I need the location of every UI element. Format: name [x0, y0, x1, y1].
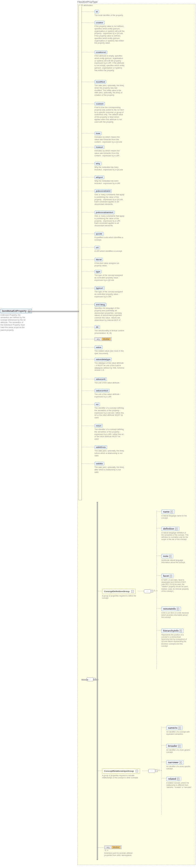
attr-doc: Why the metadata has been included - exp… — [94, 180, 124, 185]
attr-doc: The identifier of a concept defining the… — [94, 407, 124, 419]
attr-modified[interactable]: modifiedThe date (and, optionally, the t… — [94, 80, 128, 96]
child-related[interactable]: related+A related concept, where the rel… — [166, 777, 194, 788]
child-doc: An identifier of a concept with equivale… — [166, 731, 194, 735]
attr-doc: The unit of the value attribute. — [94, 382, 124, 384]
conceptrelationships-group[interactable]: ConceptRelationshipsGroup − A group of p… — [102, 769, 143, 779]
attr-label: reluri — [94, 424, 103, 428]
attr-label: pubconstrainturi — [94, 211, 115, 214]
attr-label: qcode — [94, 232, 104, 236]
attr-doc: The unit of the value attribute - expres… — [94, 393, 124, 398]
attr-validfrom[interactable]: validfromThe date (and, optionally, the … — [94, 445, 128, 457]
attr-whyuri[interactable]: whyuriWhy the metadata has been included… — [94, 176, 128, 185]
attr-label: valueunit — [94, 377, 107, 381]
conceptdefinition-sequence[interactable]: − — [144, 589, 151, 593]
child-label: facet — [163, 575, 169, 577]
attr-label: uri — [94, 246, 100, 249]
attr-custom[interactable]: customIf set to true the corresponding p… — [94, 102, 128, 123]
attr-label: valueunituri — [94, 389, 110, 393]
conceptrelationships-sequence[interactable]: − — [148, 769, 156, 773]
child-label: related — [168, 777, 176, 780]
attr-doc: The type of the concept assigned as cont… — [94, 291, 124, 298]
attr-doc: The date (and, optionally, the time) whe… — [94, 85, 124, 96]
attr-label: rel — [94, 403, 100, 406]
attr-pubconstrainturi[interactable]: pubconstrainturiOne or many constraints … — [94, 211, 128, 227]
child-doc: A link to an item or a web resource whic… — [161, 612, 189, 618]
attr-xml-lang[interactable]: xml:langSpecifies the language of this p… — [94, 303, 128, 322]
attr-rel[interactable]: relThe identifier of a concept defining … — [94, 403, 128, 419]
attr-doc: Specifies the language of this property … — [94, 307, 124, 322]
child-label: narrower — [168, 761, 179, 764]
extension-any-element[interactable]: any ##other 0..∞ Extension point for pro… — [104, 845, 137, 857]
attr-label: pubconstraint — [94, 189, 112, 193]
child-definition[interactable]: definition+A natural language definition… — [161, 527, 189, 541]
attr-creatoruri[interactable]: creatoruriIf the attribute is empty, spe… — [94, 51, 128, 71]
attr-validto[interactable]: validtoThe date (and, optionally, the ti… — [94, 462, 128, 473]
attr-doc: The related value (see more in the spec … — [94, 350, 124, 355]
attr-doc: Why the metadata has been included - exp… — [94, 166, 124, 171]
child-remoteinfo[interactable]: remoteInfo+A link to an item or a web re… — [161, 607, 189, 618]
attr-value[interactable]: valueThe related value (see more in the … — [94, 346, 128, 355]
attr-doc: One or many constraints that apply to pu… — [94, 194, 124, 206]
child-hierarchyinfo[interactable]: hierarchyInfo+Represents the position of… — [161, 628, 189, 647]
child-label: remoteInfo — [163, 608, 176, 610]
attr-creator[interactable]: creatorIf the property value is not defi… — [94, 21, 128, 44]
attr-doc: A URI which identifies a concept. — [94, 250, 124, 253]
child-sameas[interactable]: sameAs+An identifier of a concept with e… — [166, 726, 194, 735]
attr-qcode[interactable]: qcodeA qualified code which identifies a… — [94, 232, 128, 241]
attr-why[interactable]: whyWhy the metadata has been included - … — [94, 162, 128, 171]
child-name[interactable]: name+A natural language name for the con… — [161, 509, 189, 519]
attr-literal[interactable]: literalA free-text value assigned as pro… — [94, 258, 128, 267]
attr-howuri[interactable]: howuriIndicates by which means the value… — [94, 145, 128, 157]
attr-label: creator — [94, 21, 105, 24]
attr-dir[interactable]: dirThe directionality of textual content… — [94, 325, 128, 335]
attr-label: howuri — [94, 145, 104, 149]
attr-label: validto — [94, 462, 104, 465]
child-narrower[interactable]: narrower+An identifier of a more specifi… — [166, 760, 194, 770]
conceptdefinition-group[interactable]: ConceptDefinitionGroup − A group of prop… — [102, 589, 141, 599]
conceptrelationships-group-doc: A group of properties required to indica… — [102, 774, 143, 779]
attr-valueunituri[interactable]: valueunituriThe unit of the value attrib… — [94, 389, 128, 398]
attr-valueunit[interactable]: valueunitThe unit of the value attribute… — [94, 377, 128, 384]
attr-doc: A qualified code which identifies a conc… — [94, 237, 124, 241]
attr-doc: The datatype of the value attribute – it… — [94, 362, 124, 372]
attr-label: validfrom — [94, 445, 107, 449]
child-label: hierarchyInfo — [163, 629, 179, 632]
root-element-node[interactable]: itemMetaExtProperty − — [1, 309, 32, 313]
type-name-label: Flex2ExtPropType — [77, 1, 98, 3]
attr-doc: Indicates by which means the value was e… — [94, 136, 124, 143]
diagram-canvas: Flex2ExtPropType attributes itemMetaExtP… — [0, 0, 196, 868]
child-doc: Additional natural language information … — [161, 559, 189, 564]
child-label: note — [163, 555, 168, 558]
child-facet[interactable]: facet+In NAR 1.8 and later, facet is dep… — [161, 574, 189, 592]
attr-uri[interactable]: uriA URI which identifies a concept. — [94, 246, 128, 253]
child-doc: Represents the position of a concept in … — [161, 634, 189, 647]
attr-other-tab: ##other — [102, 338, 111, 340]
attr-doc: The date (and, optionally, the time) aft… — [94, 466, 124, 473]
attr-pubconstraint[interactable]: pubconstraintOne or many constraints tha… — [94, 189, 128, 206]
attributes-container-box — [79, 5, 82, 500]
attr-any-tab: any — [95, 338, 101, 340]
attr-reluri[interactable]: reluriThe identifier of a concept defini… — [94, 424, 128, 440]
child-doc: An identifier of a more generic concept. — [166, 749, 194, 753]
extension-card: 0..∞ — [105, 849, 137, 851]
attr-any-namespace[interactable]: any##other — [94, 337, 128, 341]
attr-doc: The type of the concept assigned as cont… — [94, 274, 124, 281]
attr-doc: The identifier of a concept defining the… — [94, 428, 124, 440]
conceptrelationships-group-label: ConceptRelationshipsGroup — [104, 770, 134, 772]
child-broader[interactable]: broader+An identifier of a more generic … — [166, 744, 194, 753]
attr-label: xml:lang — [94, 303, 106, 306]
conceptdefinition-group-doc: A group of properties required to define… — [102, 595, 141, 599]
attr-type[interactable]: typeThe type of the concept assigned as … — [94, 270, 128, 281]
attr-typeuri[interactable]: typeuriThe type of the concept assigned … — [94, 286, 128, 298]
attr-doc: If set to true the corresponding propert… — [94, 106, 124, 123]
attr-how[interactable]: howIndicates by which means the value wa… — [94, 132, 128, 143]
child-label: definition — [163, 527, 174, 530]
child-label: broader — [168, 745, 177, 747]
attr-doc: If the property value is not defined, sp… — [94, 25, 124, 44]
attr-label: whyuri — [94, 176, 104, 179]
root-element-label: itemMetaExtProperty — [2, 310, 27, 312]
attr-doc: Indicates by which means the value was e… — [94, 150, 124, 157]
attr-id[interactable]: idThe local identifier of the property. — [94, 10, 128, 17]
child-note[interactable]: note+Additional natural language informa… — [161, 554, 189, 564]
attr-valuedatatype[interactable]: valuedatatypeThe datatype of the value a… — [94, 358, 128, 372]
